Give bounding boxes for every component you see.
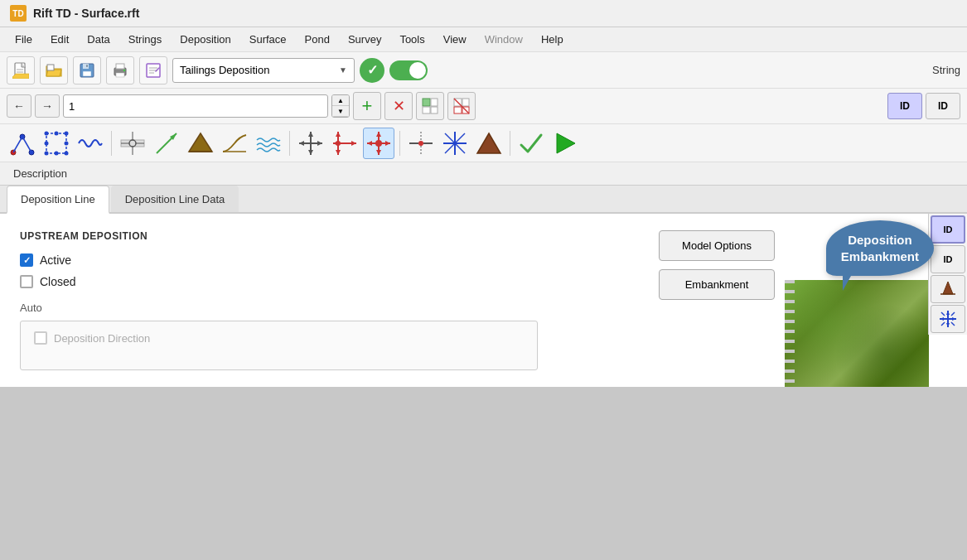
svg-rect-10 [116, 64, 124, 69]
active-checkbox[interactable]: ✓ [20, 253, 33, 267]
wave-tool[interactable] [75, 128, 106, 159]
arrow-tool[interactable] [151, 128, 182, 159]
closed-checkbox[interactable] [20, 275, 33, 288]
active-row: ✓ Active [20, 253, 629, 267]
id-button-2[interactable]: ID [926, 93, 960, 119]
delete-string-button[interactable]: ✕ [384, 92, 413, 120]
svg-point-40 [65, 141, 69, 145]
dep-dir-label: Deposition Direction [54, 332, 150, 345]
svg-marker-49 [189, 133, 212, 152]
string-label: String [932, 64, 960, 76]
spin-up-button[interactable]: ▲ [332, 95, 349, 106]
menu-data[interactable]: Data [79, 30, 118, 49]
offset-tool[interactable] [329, 128, 360, 159]
check-circle-button[interactable]: ✓ [360, 58, 384, 83]
id-icon-2: ID [938, 100, 948, 112]
id-button-1[interactable]: ID [887, 93, 922, 119]
model-options-button[interactable]: Model Options [659, 230, 775, 261]
box-select-tool[interactable] [41, 128, 72, 159]
confirm-tool[interactable] [515, 128, 547, 159]
closed-row: Closed [20, 275, 629, 288]
save-button[interactable] [73, 56, 101, 84]
description-bar: Description [0, 162, 967, 186]
svg-rect-24 [454, 107, 462, 113]
open-button[interactable] [40, 56, 68, 84]
tailings-dropdown[interactable]: Tailings Deposition ▼ [172, 58, 355, 83]
menu-surface[interactable]: Surface [241, 30, 295, 49]
menu-survey[interactable]: Survey [340, 30, 389, 49]
map-icon-button-1[interactable] [931, 275, 965, 303]
toolbar-separator-2 [289, 131, 290, 156]
slope-tool[interactable] [219, 128, 250, 159]
svg-line-92 [951, 312, 955, 316]
svg-marker-61 [336, 150, 341, 155]
back-button[interactable]: ← [7, 94, 31, 118]
svg-marker-87 [946, 311, 950, 315]
svg-marker-3 [12, 74, 29, 79]
svg-point-35 [45, 151, 49, 155]
svg-rect-20 [423, 107, 430, 113]
move-tool[interactable] [295, 128, 326, 159]
embankment-tool[interactable] [185, 128, 216, 159]
menu-deposition[interactable]: Deposition [172, 30, 239, 49]
tooltip-balloon: Deposition Embankment [826, 220, 934, 276]
run-tool[interactable] [549, 128, 581, 159]
toolbar-separator-1 [111, 131, 112, 156]
svg-marker-89 [940, 317, 944, 321]
draw-node-tool[interactable] [7, 128, 38, 159]
svg-line-94 [951, 322, 955, 326]
tab-deposition-line[interactable]: Deposition Line [7, 186, 109, 214]
dep-dir-checkbox[interactable] [34, 331, 47, 345]
map-id-button-1[interactable]: ID [931, 215, 965, 244]
map-id-button-2[interactable]: ID [931, 245, 965, 273]
svg-rect-23 [462, 99, 469, 106]
menu-window[interactable]: Window [476, 30, 531, 49]
grid-button-2[interactable] [447, 92, 476, 120]
svg-marker-60 [336, 132, 341, 137]
edit-button[interactable] [139, 56, 167, 84]
deposition-direction-row: Deposition Direction [34, 331, 524, 345]
embankment-button[interactable]: Embankment [659, 269, 775, 300]
menu-help[interactable]: Help [533, 30, 572, 49]
svg-marker-63 [351, 141, 356, 146]
svg-point-12 [123, 69, 125, 70]
menu-pond[interactable]: Pond [297, 30, 338, 49]
menu-edit[interactable]: Edit [42, 30, 77, 49]
fill-tool[interactable] [473, 128, 505, 159]
toggle-button[interactable] [389, 60, 428, 80]
center-tool[interactable] [363, 128, 394, 159]
drawing-toolbar [0, 124, 967, 162]
forward-button[interactable]: → [35, 94, 60, 118]
map-id-icon-2: ID [944, 254, 953, 264]
menu-file[interactable]: File [7, 30, 41, 49]
string-number-input[interactable] [63, 94, 328, 118]
map-icon-button-2[interactable] [931, 305, 965, 333]
svg-marker-90 [952, 317, 956, 321]
menu-view[interactable]: View [435, 30, 475, 49]
svg-rect-4 [47, 65, 54, 70]
new-button[interactable] [7, 56, 35, 84]
spin-down-button[interactable]: ▼ [332, 106, 349, 117]
split-tool[interactable] [405, 128, 437, 159]
svg-point-72 [418, 141, 423, 146]
water-tool[interactable] [253, 128, 284, 159]
grid-button-1[interactable] [416, 92, 444, 120]
svg-point-37 [55, 131, 59, 135]
intersection-tool[interactable] [439, 128, 471, 159]
tab-deposition-line-data[interactable]: Deposition Line Data [111, 186, 239, 212]
add-string-button[interactable]: + [353, 92, 381, 120]
section-title: UPSTREAM DEPOSITION [20, 230, 629, 242]
print-button[interactable] [106, 56, 134, 84]
svg-point-39 [45, 141, 49, 145]
app-icon-text: TD [12, 9, 23, 18]
svg-marker-56 [299, 141, 304, 146]
auto-box: Deposition Direction [20, 321, 538, 370]
toolbar-separator-4 [510, 131, 510, 156]
menu-strings[interactable]: Strings [120, 30, 170, 49]
auto-label: Auto [20, 302, 629, 314]
description-label: Description [13, 167, 67, 180]
level-tool[interactable] [117, 128, 148, 159]
toggle-knob [409, 62, 426, 79]
toolbar1: Tailings Deposition ▼ ✓ String [0, 52, 967, 89]
menu-tools[interactable]: Tools [391, 30, 433, 49]
